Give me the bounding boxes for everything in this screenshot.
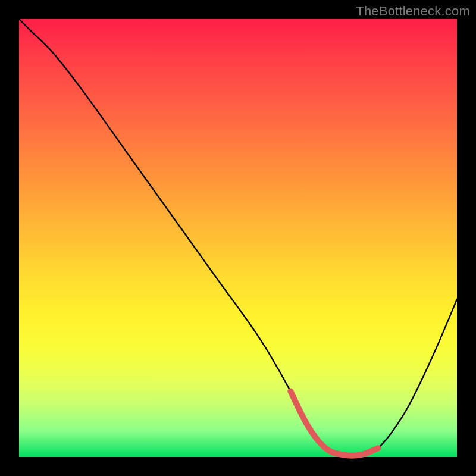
watermark-text: TheBottleneck.com: [356, 4, 470, 19]
bottleneck-curve-path: [19, 19, 457, 456]
chart-frame: TheBottleneck.com: [0, 0, 476, 476]
highlight-segment: [290, 392, 378, 456]
plot-area: [19, 19, 457, 457]
curve-svg: [19, 19, 457, 457]
